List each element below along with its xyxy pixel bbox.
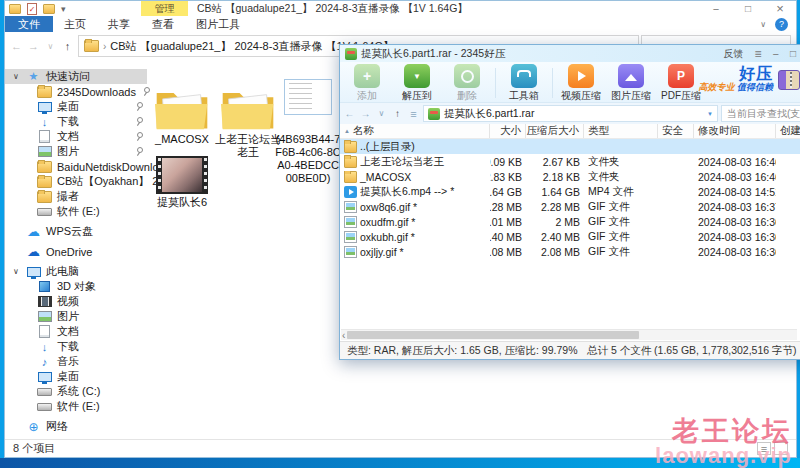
archive-search-input[interactable] <box>727 108 800 119</box>
sidebar-item-videos[interactable]: 视频 <box>5 294 147 309</box>
up-icon[interactable] <box>59 40 76 52</box>
sidebar-item-documents[interactable]: 文档 <box>5 129 147 144</box>
properties-icon[interactable] <box>27 3 37 15</box>
archive-status-right: 总计 5 个文件 (1.65 GB, 1,778,302,516 字节) <box>587 344 797 358</box>
sidebar-item-folder[interactable]: 撮者 <box>5 189 147 204</box>
table-row[interactable]: oxkubh.gif * 2.40 MB 2.40 MB GIF 文件 2024… <box>340 229 800 244</box>
sidebar-item-desktop-pc[interactable]: 桌面 <box>5 369 147 384</box>
sidebar-item-onedrive[interactable]: OneDrive <box>5 244 147 259</box>
sidebar-item-drive-e-pc[interactable]: 软件 (E:) <box>5 399 147 414</box>
history-icon[interactable] <box>375 109 388 118</box>
folder-icon[interactable] <box>9 4 21 14</box>
drive-icon <box>37 205 52 219</box>
new-folder-icon[interactable] <box>43 4 55 14</box>
column-packed-size[interactable]: 压缩后大小 <box>526 124 584 138</box>
file-item-folder[interactable]: 上老王论坛当老王 <box>215 63 281 159</box>
archive-titlebar[interactable]: 提莫队长6.part1.rar - 2345好压 反馈 <box>340 45 800 62</box>
column-name[interactable]: 名称 <box>340 124 490 138</box>
recent-locations-icon[interactable] <box>42 42 59 51</box>
column-security[interactable]: 安全 <box>658 124 694 138</box>
sidebar-item-network[interactable]: 网络 <box>5 419 147 434</box>
chevron-down-icon[interactable] <box>11 267 21 276</box>
column-type[interactable]: 类型 <box>584 124 658 138</box>
onedrive-cloud-icon <box>26 245 41 259</box>
sidebar-item-drive-c[interactable]: 系统 (C:) <box>5 384 147 399</box>
column-modified[interactable]: 修改时间 <box>694 124 776 138</box>
ribbon-collapse-icon[interactable] <box>760 20 766 29</box>
sidebar-item-drive-e[interactable]: 软件 (E:) <box>5 204 147 219</box>
menu-icon[interactable] <box>755 47 762 61</box>
table-row[interactable]: ..(上层目录) <box>340 139 800 154</box>
scroll-left-icon[interactable] <box>342 330 345 341</box>
scrollbar-thumb[interactable] <box>347 331 639 339</box>
file-item-macosx[interactable]: _MACOSX <box>149 63 215 146</box>
column-created[interactable]: 创建时间 <box>776 124 800 138</box>
archive-path: 提莫队长6.part1.rar <box>444 107 534 121</box>
sidebar-item-pictures-pc[interactable]: 图片 <box>5 309 147 324</box>
video-compress-button[interactable]: 视频压缩 <box>556 64 606 103</box>
up-icon[interactable] <box>391 108 404 119</box>
maximize-button[interactable] <box>732 1 764 16</box>
explorer-titlebar[interactable]: 管理 CB站 【guadalupe21_】 2024-8-3直播录像 【1V 1… <box>5 1 796 16</box>
close-button[interactable] <box>764 1 796 16</box>
forward-icon[interactable] <box>25 40 42 52</box>
view-mode-icon[interactable] <box>407 108 420 120</box>
folder-icon <box>344 156 357 168</box>
sidebar-item-wps-cloud[interactable]: WPS云盘 <box>5 224 147 239</box>
table-row[interactable]: 提莫队长6.mp4 --> * 1.64 GB 1.64 GB MP4 文件 2… <box>340 184 800 199</box>
image-compress-button[interactable]: 图片压缩 <box>606 64 656 103</box>
qat-customize-caret-icon[interactable] <box>61 4 66 14</box>
column-size[interactable]: 大小 <box>490 124 526 138</box>
tab-view[interactable]: 查看 <box>141 16 185 32</box>
pin-icon <box>134 132 143 141</box>
archive-statusbar: 类型: RAR, 解压后大小: 1.65 GB, 压缩比: 99.79% 总计 … <box>340 341 800 359</box>
tab-home[interactable]: 主页 <box>53 16 97 32</box>
sidebar-item-documents-pc[interactable]: 文档 <box>5 324 147 339</box>
file-item-video[interactable]: 提莫队长6 <box>149 154 215 209</box>
archive-minimize-button[interactable] <box>773 48 779 60</box>
quick-access-toolbar <box>9 2 66 15</box>
minimize-button[interactable] <box>700 1 732 16</box>
file-item-screenshot[interactable]: (4B693B44-7F6B-4c06-8CA0-4BEDCC00BE0D) <box>275 63 341 185</box>
cube-icon <box>37 280 52 294</box>
video-compress-icon <box>568 64 594 88</box>
extract-button[interactable]: 解压到 <box>392 64 442 103</box>
details-view-icon[interactable] <box>757 442 771 455</box>
table-row[interactable]: oxudfm.gif * 2.01 MB 2 MB GIF 文件 2024-08… <box>340 214 800 229</box>
sidebar-item-cb[interactable]: CB站【Oyakhan】 2024-08 <box>5 174 147 189</box>
feedback-link[interactable]: 反馈 <box>724 47 744 61</box>
delete-button[interactable]: 删除 <box>442 64 492 103</box>
table-row[interactable]: _MACOSX 2.83 KB 2.18 KB 文件夹 2024-08-03 1… <box>340 169 800 184</box>
back-icon[interactable] <box>8 40 25 52</box>
sidebar-item-3d-objects[interactable]: 3D 对象 <box>5 279 147 294</box>
sidebar-item-this-pc[interactable]: 此电脑 <box>5 264 147 279</box>
archive-path-input[interactable]: 提莫队长6.part1.rar <box>423 105 718 122</box>
toolbar-separator <box>552 68 553 98</box>
sidebar-item-desktop[interactable]: 桌面 <box>5 99 147 114</box>
table-row[interactable]: oxw8q6.gif * 2.28 MB 2.28 MB GIF 文件 2024… <box>340 199 800 214</box>
forward-icon[interactable] <box>359 108 372 119</box>
sidebar-item-downloads-pc[interactable]: 下载 <box>5 339 147 354</box>
back-icon[interactable] <box>343 108 356 119</box>
tab-share[interactable]: 共享 <box>97 16 141 32</box>
computer-icon <box>26 265 41 279</box>
sidebar-item-music[interactable]: 音乐 <box>5 354 147 369</box>
toolbox-button[interactable]: 工具箱 <box>499 64 549 103</box>
sidebar-item-2345downloads[interactable]: 2345Downloads <box>5 84 147 99</box>
tab-picture-tools[interactable]: 图片工具 <box>185 16 251 32</box>
sidebar-item-quick-access[interactable]: 快速访问 <box>5 69 147 84</box>
sidebar-item-pictures[interactable]: 图片 <box>5 144 147 159</box>
table-row[interactable]: 上老王论坛当老王 9.09 KB 2.67 KB 文件夹 2024-08-03 … <box>340 154 800 169</box>
path-dropdown-caret-icon[interactable] <box>707 111 713 117</box>
chevron-down-icon[interactable] <box>11 72 21 81</box>
horizontal-scrollbar[interactable] <box>341 329 797 340</box>
sidebar-item-downloads[interactable]: 下载 <box>5 114 147 129</box>
add-button[interactable]: 添加 <box>342 64 392 103</box>
table-row[interactable]: oxjljy.gif * 2.08 MB 2.08 MB GIF 文件 2024… <box>340 244 800 259</box>
tab-file[interactable]: 文件 <box>5 16 53 32</box>
help-icon[interactable] <box>775 18 788 31</box>
document-icon <box>37 325 52 339</box>
archive-maximize-button[interactable] <box>790 48 796 59</box>
sidebar-item-baidunetdisk[interactable]: BaiduNetdiskDownload <box>5 159 147 174</box>
thumbnail-view-icon[interactable] <box>774 442 788 455</box>
